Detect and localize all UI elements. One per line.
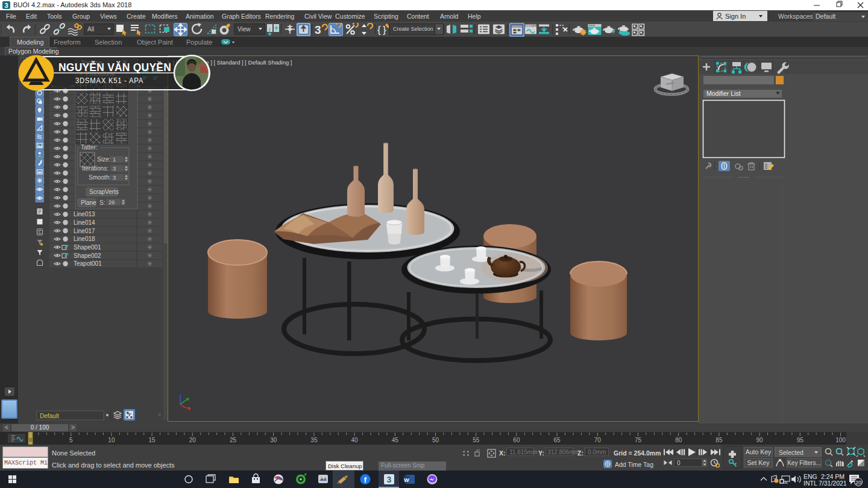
svg-text:Procedural: Procedural [86,70,115,77]
svg-text:90: 90 [756,437,764,443]
svg-text:3: 3 [4,2,8,9]
svg-text:Shape001: Shape001 [74,244,101,251]
svg-text:S:: S: [99,199,105,206]
svg-text:Iterations:: Iterations: [82,165,108,172]
svg-text:15: 15 [149,437,156,443]
svg-text:»: » [158,411,161,418]
svg-text:INTL: INTL [804,480,817,487]
svg-text:Line014: Line014 [74,219,95,226]
svg-text:7/31/2021: 7/31/2021 [819,480,847,487]
svg-text:20: 20 [855,480,861,486]
svg-text:1: 1 [113,156,116,163]
svg-text:26: 26 [108,199,115,205]
svg-text:3: 3 [113,165,116,172]
svg-text:65: 65 [554,437,561,443]
svg-text:Line018: Line018 [74,236,95,242]
svg-text:55: 55 [473,437,480,443]
svg-text:10: 10 [108,437,115,443]
svg-text:70: 70 [594,437,602,443]
svg-text:60: 60 [513,437,520,443]
svg-text:Size:: Size: [97,156,110,163]
svg-text:75: 75 [635,437,642,443]
svg-text:Shape002: Shape002 [74,252,101,259]
svg-text:Modifier List: Modifier List [706,90,741,97]
svg-text:ScrapVerts: ScrapVerts [89,189,119,195]
svg-text:95: 95 [797,437,804,443]
svg-text:ct: ct [45,62,49,69]
svg-text:{ }: { } [377,24,386,36]
svg-text:3: 3 [387,475,392,484]
svg-text:W: W [404,477,409,483]
svg-text:f: f [364,475,367,484]
svg-text:20: 20 [189,437,197,443]
svg-text:Default: Default [40,413,59,419]
svg-text:50: 50 [432,437,439,443]
svg-text:Smooth:: Smooth: [89,174,111,181]
svg-text:Teapot001: Teapot001 [74,260,102,267]
svg-text:100: 100 [835,437,846,443]
svg-text:40: 40 [351,437,359,443]
svg-text:85: 85 [715,437,723,443]
svg-text:⋯⋯: ⋯⋯ [738,174,749,180]
svg-text:25: 25 [230,437,237,443]
svg-text:30: 30 [270,437,277,443]
svg-text:35: 35 [310,437,318,443]
svg-text:[ + ] [ Perspective ] [ Standa: [ + ] [ Perspective ] [ Standard ] [ Def… [168,59,292,66]
svg-text:80: 80 [675,437,682,443]
svg-text:3: 3 [315,23,321,36]
svg-text:3: 3 [113,174,116,181]
svg-text:0: 0 [29,437,32,443]
svg-text:Topolog: Topolog [81,60,102,66]
svg-text:Line013: Line013 [74,211,95,217]
svg-text:45: 45 [392,437,399,443]
svg-text:Plane: Plane [81,199,96,206]
svg-text:Tatter:: Tatter: [81,144,98,151]
svg-text:Line017: Line017 [74,228,95,234]
svg-text:5: 5 [69,437,73,443]
